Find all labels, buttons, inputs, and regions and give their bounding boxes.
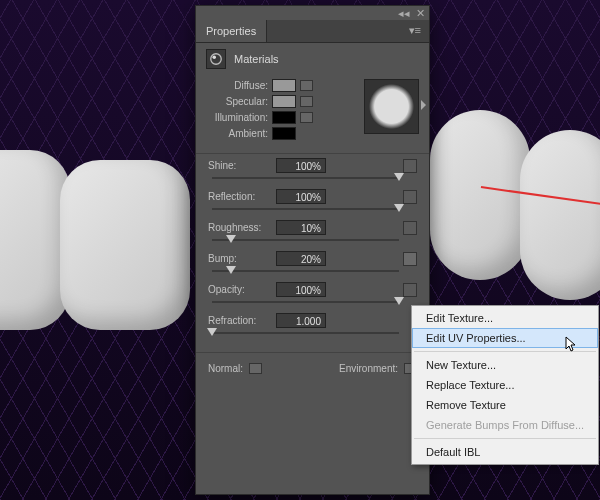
- shine-slider[interactable]: [212, 177, 399, 179]
- diffuse-label: Diffuse:: [206, 80, 268, 91]
- menu-separator: [414, 438, 596, 439]
- reflection-row: Reflection: 100%: [208, 189, 417, 210]
- environment-label: Environment:: [339, 363, 398, 374]
- refraction-row: Refraction: 1.000: [208, 313, 417, 334]
- context-menu: Edit Texture... Edit UV Properties... Ne…: [411, 305, 599, 465]
- mesh-object: [60, 160, 190, 330]
- panel-header-controls: ◂◂ ✕: [196, 6, 429, 20]
- cursor-icon: [565, 336, 579, 354]
- roughness-label: Roughness:: [208, 222, 270, 233]
- opacity-label: Opacity:: [208, 284, 270, 295]
- roughness-row: Roughness: 10%: [208, 220, 417, 241]
- collapse-icon[interactable]: ◂◂: [399, 8, 409, 18]
- opacity-value[interactable]: 100%: [276, 282, 326, 297]
- specular-texture-picker[interactable]: [300, 96, 313, 107]
- svg-point-0: [211, 54, 222, 65]
- diffuse-color-swatch[interactable]: [272, 79, 296, 92]
- reflection-texture-picker[interactable]: [403, 190, 417, 204]
- normal-label: Normal:: [208, 363, 243, 374]
- mesh-object: [520, 130, 600, 300]
- bump-row: Bump: 20%: [208, 251, 417, 272]
- roughness-slider[interactable]: [212, 239, 399, 241]
- material-swatches: Diffuse: Specular: Illumination: Ambient…: [196, 75, 429, 153]
- menu-new-texture[interactable]: New Texture...: [412, 355, 598, 375]
- shine-value[interactable]: 100%: [276, 158, 326, 173]
- bump-slider[interactable]: [212, 270, 399, 272]
- bump-texture-picker[interactable]: [403, 252, 417, 266]
- roughness-texture-picker[interactable]: [403, 221, 417, 235]
- menu-replace-texture[interactable]: Replace Texture...: [412, 375, 598, 395]
- bump-value[interactable]: 20%: [276, 251, 326, 266]
- diffuse-texture-picker[interactable]: [300, 80, 313, 91]
- close-icon[interactable]: ✕: [415, 8, 425, 18]
- properties-panel: ◂◂ ✕ Properties ▾≡ Materials Diffuse: Sp…: [195, 5, 430, 495]
- shine-row: Shine: 100%: [208, 158, 417, 179]
- panel-tab-bar: Properties ▾≡: [196, 20, 429, 43]
- reflection-slider[interactable]: [212, 208, 399, 210]
- illumination-texture-picker[interactable]: [300, 112, 313, 123]
- refraction-slider[interactable]: [212, 332, 399, 334]
- material-preview-sphere[interactable]: [364, 79, 419, 134]
- materials-title: Materials: [234, 53, 279, 65]
- menu-remove-texture[interactable]: Remove Texture: [412, 395, 598, 415]
- bump-label: Bump:: [208, 253, 270, 264]
- illumination-label: Illumination:: [206, 112, 268, 123]
- specular-color-swatch[interactable]: [272, 95, 296, 108]
- ambient-color-swatch[interactable]: [272, 127, 296, 140]
- opacity-slider[interactable]: [212, 301, 399, 303]
- svg-point-1: [213, 56, 217, 60]
- materials-icon: [206, 49, 226, 69]
- refraction-value[interactable]: 1.000: [276, 313, 326, 328]
- menu-default-ibl[interactable]: Default IBL: [412, 442, 598, 462]
- reflection-value[interactable]: 100%: [276, 189, 326, 204]
- reflection-label: Reflection:: [208, 191, 270, 202]
- panel-bottom-row: Normal: Environment:: [196, 352, 429, 384]
- mesh-object: [430, 110, 530, 280]
- ambient-label: Ambient:: [206, 128, 268, 139]
- specular-label: Specular:: [206, 96, 268, 107]
- materials-section-header: Materials: [196, 43, 429, 75]
- opacity-row: Opacity: 100%: [208, 282, 417, 303]
- shine-label: Shine:: [208, 160, 270, 171]
- illumination-color-swatch[interactable]: [272, 111, 296, 124]
- panel-menu-icon[interactable]: ▾≡: [401, 20, 429, 42]
- shine-texture-picker[interactable]: [403, 159, 417, 173]
- normal-picker[interactable]: [249, 363, 262, 374]
- opacity-texture-picker[interactable]: [403, 283, 417, 297]
- tab-properties[interactable]: Properties: [196, 20, 267, 42]
- menu-generate-bumps: Generate Bumps From Diffuse...: [412, 415, 598, 435]
- roughness-value[interactable]: 10%: [276, 220, 326, 235]
- refraction-label: Refraction:: [208, 315, 270, 326]
- menu-edit-texture[interactable]: Edit Texture...: [412, 308, 598, 328]
